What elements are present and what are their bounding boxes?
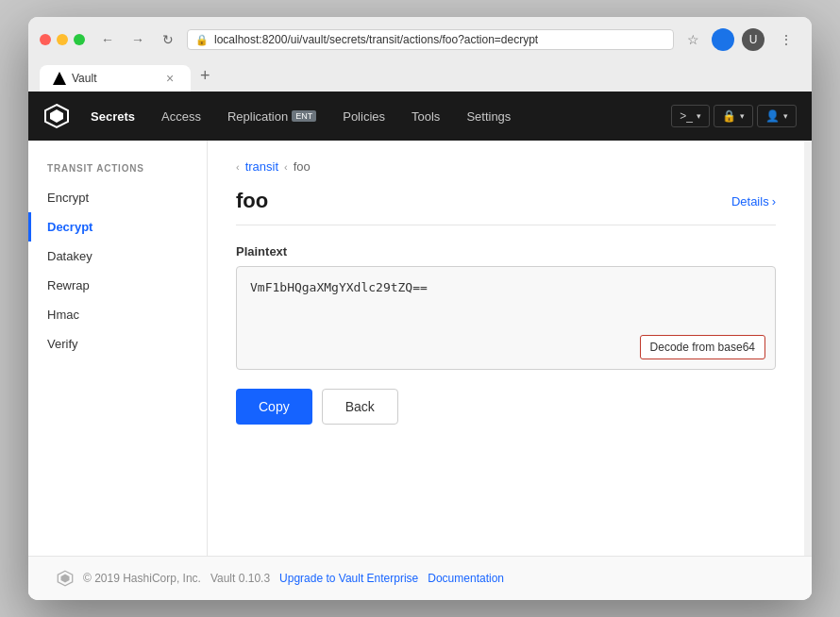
- sidebar-section-title: TRANSIT ACTIONS: [28, 163, 207, 183]
- vault-body: TRANSIT ACTIONS Encrypt Decrypt Datakey …: [28, 141, 812, 556]
- url-text: localhost:8200/ui/vault/secrets/transit/…: [214, 33, 538, 46]
- breadcrumb-transit-link[interactable]: transit: [245, 159, 278, 174]
- breadcrumb-back-arrow: ‹: [236, 161, 240, 173]
- user-arrow: ▾: [783, 111, 788, 121]
- user-button[interactable]: 👤 ▾: [757, 105, 797, 127]
- svg-marker-3: [61, 575, 70, 583]
- vault-footer: © 2019 HashiCorp, Inc. Vault 0.10.3 Upgr…: [28, 556, 812, 600]
- nav-policies[interactable]: Policies: [329, 92, 398, 141]
- sidebar-item-encrypt[interactable]: Encrypt: [28, 183, 207, 212]
- terminal-button[interactable]: >_ ▾: [671, 105, 710, 127]
- new-tab-button[interactable]: +: [191, 60, 220, 92]
- footer-docs-link[interactable]: Documentation: [428, 572, 504, 585]
- address-bar[interactable]: 🔒 localhost:8200/ui/vault/secrets/transi…: [187, 29, 674, 50]
- user-icon: 👤: [765, 109, 780, 123]
- plaintext-box: VmF1bHQgaXMgYXdlc29tZQ== Decode from bas…: [236, 266, 776, 370]
- footer-version: Vault 0.10.3: [210, 572, 270, 585]
- browser-more-button[interactable]: ⋮: [772, 26, 800, 53]
- lock-arrow: ▾: [740, 111, 745, 121]
- vault-logo: [43, 103, 70, 129]
- sidebar-item-rewrap[interactable]: Rewrap: [28, 271, 207, 300]
- main-content: ‹ transit ‹ foo foo Details › Plaintext …: [208, 141, 804, 556]
- nav-secrets[interactable]: Secrets: [77, 92, 148, 141]
- nav-access[interactable]: Access: [148, 92, 214, 141]
- copy-button[interactable]: Copy: [236, 389, 312, 425]
- lock-button[interactable]: 🔒 ▾: [714, 105, 753, 127]
- nav-settings[interactable]: Settings: [453, 92, 524, 141]
- breadcrumb-current: foo: [294, 159, 311, 174]
- vault-nav: Secrets Access Replication ENT Policies …: [28, 92, 812, 141]
- bookmark-button[interactable]: ☆: [681, 28, 704, 51]
- svg-marker-1: [50, 109, 63, 123]
- sidebar-item-hmac[interactable]: Hmac: [28, 300, 207, 329]
- page-title: foo: [236, 189, 268, 213]
- sidebar-item-decrypt[interactable]: Decrypt: [28, 212, 207, 242]
- scrollbar[interactable]: [804, 141, 812, 556]
- nav-tools[interactable]: Tools: [398, 92, 453, 141]
- terminal-icon: >_: [680, 109, 693, 123]
- tab-favicon: [53, 72, 66, 85]
- user-avatar: U: [742, 28, 764, 51]
- traffic-lights: [40, 34, 85, 45]
- profile-avatar: [712, 28, 734, 51]
- details-link[interactable]: Details ›: [731, 194, 776, 208]
- forward-button[interactable]: →: [126, 28, 149, 51]
- nav-right: >_ ▾ 🔒 ▾ 👤 ▾: [671, 105, 797, 127]
- decode-base64-button[interactable]: Decode from base64: [640, 335, 765, 359]
- terminal-arrow: ▾: [697, 111, 701, 121]
- breadcrumb: ‹ transit ‹ foo: [236, 159, 776, 174]
- close-traffic-light[interactable]: [40, 34, 51, 45]
- maximize-traffic-light[interactable]: [74, 34, 85, 45]
- breadcrumb-separator: ‹: [284, 161, 288, 173]
- sidebar-item-verify[interactable]: Verify: [28, 329, 207, 359]
- lock-nav-icon: 🔒: [722, 109, 736, 123]
- footer-upgrade-link[interactable]: Upgrade to Vault Enterprise: [279, 572, 418, 585]
- active-tab[interactable]: Vault ×: [40, 65, 191, 92]
- browser-tabs: Vault × +: [40, 60, 800, 92]
- footer-logo-icon: [57, 570, 74, 587]
- lock-icon: 🔒: [195, 34, 209, 46]
- minimize-traffic-light[interactable]: [57, 34, 68, 45]
- back-button[interactable]: ←: [96, 28, 119, 51]
- page-header: foo Details ›: [236, 189, 776, 225]
- nav-replication[interactable]: Replication ENT: [214, 92, 329, 141]
- sidebar-item-datakey[interactable]: Datakey: [28, 242, 207, 271]
- reload-button[interactable]: ↻: [157, 28, 179, 51]
- plaintext-label: Plaintext: [236, 244, 776, 258]
- sidebar: TRANSIT ACTIONS Encrypt Decrypt Datakey …: [28, 141, 208, 556]
- replication-badge: ENT: [292, 110, 316, 122]
- plaintext-value: VmF1bHQgaXMgYXdlc29tZQ==: [250, 280, 428, 294]
- back-button[interactable]: Back: [322, 389, 398, 425]
- action-buttons: Copy Back: [236, 389, 776, 425]
- tab-title: Vault: [72, 72, 96, 85]
- tab-close-button[interactable]: ×: [162, 71, 177, 86]
- vault-logo-icon: [43, 103, 70, 129]
- footer-copyright: © 2019 HashiCorp, Inc.: [83, 572, 201, 585]
